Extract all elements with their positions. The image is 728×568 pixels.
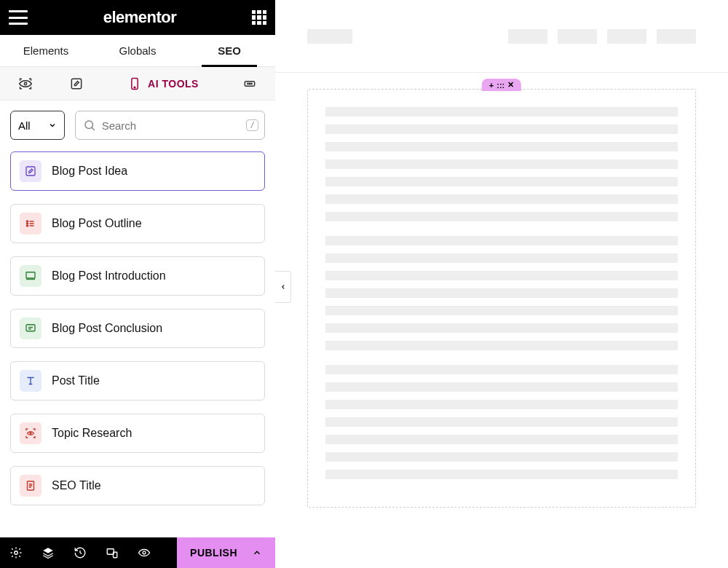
widget-item[interactable]: Blog Post Outline	[10, 204, 265, 243]
logo-placeholder	[307, 29, 352, 44]
svg-point-11	[27, 223, 28, 224]
widget-label: Blog Post Idea	[52, 165, 127, 178]
publish-label: PUBLISH	[190, 547, 237, 559]
layers-icon[interactable]	[32, 537, 64, 568]
preview-canvas: + ::: ✕	[275, 0, 728, 568]
section-controls[interactable]: + ::: ✕	[482, 79, 521, 91]
responsive-icon[interactable]	[96, 537, 128, 568]
ai-tools-label: AI TOOLS	[148, 78, 199, 90]
widget-label: Blog Post Introduction	[52, 269, 166, 283]
nav-item-placeholder	[558, 29, 597, 44]
filter-value: All	[18, 119, 31, 132]
svg-point-8	[85, 121, 93, 129]
svg-rect-9	[26, 167, 35, 175]
svg-rect-1	[71, 79, 81, 88]
svg-rect-13	[26, 272, 35, 278]
svg-point-15	[30, 433, 31, 434]
publish-button[interactable]: PUBLISH	[177, 537, 275, 568]
widget-item[interactable]: Blog Post Introduction	[10, 256, 265, 296]
ai-phone-icon	[127, 76, 142, 91]
widget-item[interactable]: Topic Research	[10, 414, 265, 453]
compose-icon	[20, 160, 41, 182]
type-icon	[20, 370, 41, 392]
scan-eye-icon	[20, 422, 41, 444]
toolbar: AI TOOLS	[0, 67, 275, 100]
tab-elements[interactable]: Elements	[0, 35, 92, 66]
brand-logo: elementor	[103, 8, 177, 27]
search-input[interactable]	[102, 119, 240, 132]
footer-bar: PUBLISH	[0, 537, 275, 568]
search-shortcut: /	[246, 119, 258, 131]
svg-point-5	[248, 83, 248, 84]
history-icon[interactable]	[64, 537, 96, 568]
svg-point-3	[134, 87, 135, 88]
preview-scan-button[interactable]	[0, 76, 51, 91]
sidebar-header: elementor	[0, 0, 275, 35]
tab-seo[interactable]: SEO	[183, 35, 275, 66]
tab-globals[interactable]: Globals	[92, 35, 183, 66]
text-placeholder-block	[325, 236, 678, 350]
widget-label: Topic Research	[52, 427, 132, 440]
nav-item-placeholder	[508, 29, 547, 44]
widget-label: Blog Post Outline	[52, 217, 142, 230]
category-filter[interactable]: All	[10, 111, 65, 140]
search-icon	[83, 119, 96, 132]
svg-point-6	[249, 83, 250, 84]
preview-icon[interactable]	[128, 537, 160, 568]
widget-label: Post Title	[52, 374, 100, 387]
search-field[interactable]: /	[75, 111, 265, 140]
list-icon	[20, 213, 41, 234]
apps-grid-icon[interactable]	[252, 10, 266, 25]
text-placeholder-block	[325, 365, 678, 479]
svg-point-17	[15, 551, 18, 555]
edit-button[interactable]	[51, 76, 102, 91]
add-section-icon[interactable]: +	[489, 81, 494, 90]
svg-point-12	[27, 225, 28, 226]
nav-placeholders	[508, 29, 696, 44]
canvas-body: + ::: ✕	[275, 73, 728, 524]
screen-icon	[20, 265, 41, 287]
drag-section-icon[interactable]: :::	[496, 81, 505, 90]
text-placeholder-block	[325, 107, 678, 221]
canvas-topbar	[275, 0, 728, 73]
menu-icon[interactable]	[9, 10, 28, 25]
widget-item[interactable]: Blog Post Conclusion	[10, 309, 265, 348]
widget-item[interactable]: Blog Post Idea	[10, 151, 265, 191]
widget-label: Blog Post Conclusion	[52, 322, 162, 335]
panel-tabs: Elements Globals SEO	[0, 35, 275, 67]
svg-point-20	[143, 551, 146, 554]
chat-icon	[20, 317, 41, 339]
section-frame[interactable]: + ::: ✕	[307, 89, 696, 508]
more-button[interactable]	[224, 76, 275, 91]
svg-point-7	[251, 83, 252, 84]
ai-tools-button[interactable]: AI TOOLS	[102, 76, 224, 91]
widget-item[interactable]: SEO Title	[10, 466, 265, 505]
nav-item-placeholder	[657, 29, 696, 44]
svg-point-10	[27, 221, 28, 222]
widget-label: SEO Title	[52, 479, 101, 492]
doc-icon	[20, 475, 41, 497]
svg-point-0	[24, 82, 26, 84]
chevron-down-icon	[48, 121, 57, 130]
svg-rect-14	[26, 325, 35, 331]
close-section-icon[interactable]: ✕	[507, 80, 514, 90]
widget-item[interactable]: Post Title	[10, 361, 265, 401]
filter-row: All /	[0, 100, 275, 147]
settings-icon[interactable]	[0, 537, 32, 568]
widget-list: Blog Post IdeaBlog Post OutlineBlog Post…	[0, 147, 275, 537]
nav-item-placeholder	[607, 29, 646, 44]
chevron-up-icon	[252, 548, 262, 558]
editor-sidebar: elementor Elements Globals SEO AI TOOLS …	[0, 0, 275, 568]
